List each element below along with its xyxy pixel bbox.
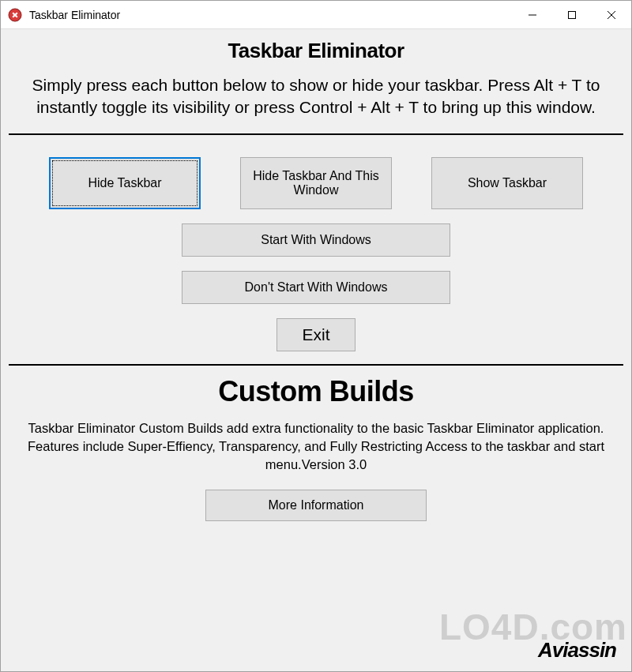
header-section: Taskbar Eliminator Simply press each but… (9, 36, 623, 133)
custom-builds-description: Taskbar Eliminator Custom Builds add ext… (26, 419, 606, 474)
minimize-button[interactable] (513, 1, 552, 28)
show-taskbar-button[interactable]: Show Taskbar (431, 157, 583, 209)
exit-button[interactable]: Exit (276, 318, 356, 351)
custom-builds-section: Custom Builds Taskbar Eliminator Custom … (9, 366, 623, 663)
titlebar: Taskbar Eliminator (1, 1, 631, 29)
start-with-windows-button[interactable]: Start With Windows (182, 223, 450, 257)
more-information-button[interactable]: More Information (205, 490, 427, 521)
close-button[interactable] (592, 1, 631, 28)
button-row-1: Hide Taskbar Hide Taskbar And This Windo… (24, 157, 608, 209)
app-icon (7, 7, 23, 23)
window-title: Taskbar Eliminator (29, 9, 513, 21)
instructions-text: Simply press each button below to show o… (24, 74, 608, 119)
buttons-section: Hide Taskbar Hide Taskbar And This Windo… (9, 135, 623, 364)
app-window: Taskbar Eliminator Taskbar Eliminator Si… (0, 0, 632, 672)
dont-start-with-windows-button[interactable]: Don't Start With Windows (182, 271, 450, 304)
app-title: Taskbar Eliminator (24, 39, 608, 63)
window-controls (513, 1, 631, 28)
hide-taskbar-window-button[interactable]: Hide Taskbar And This Window (240, 157, 392, 209)
custom-builds-title: Custom Builds (218, 375, 414, 408)
svg-rect-4 (569, 11, 576, 18)
brand-label: Aviassin (538, 638, 616, 663)
hide-taskbar-button[interactable]: Hide Taskbar (49, 157, 201, 209)
maximize-button[interactable] (552, 1, 592, 28)
content-area: Taskbar Eliminator Simply press each but… (1, 29, 631, 671)
